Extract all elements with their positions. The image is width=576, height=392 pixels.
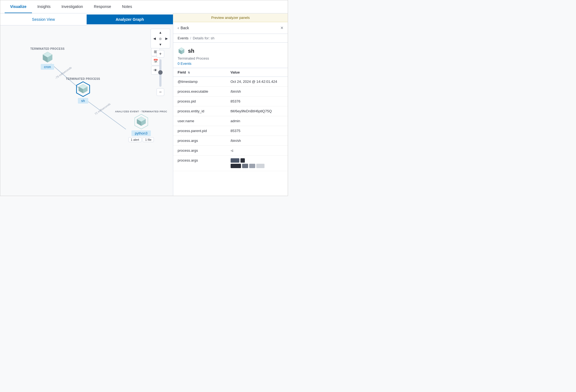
zoom-out-button[interactable]: − bbox=[157, 88, 164, 96]
back-bar: ‹ Back × bbox=[173, 22, 288, 34]
breadcrumb-detail: Details for: sh bbox=[193, 36, 214, 40]
field-column-header: Field ⇅ bbox=[178, 70, 231, 74]
node-python3-badges: 1 alert 1 file bbox=[128, 137, 154, 142]
zoom-slider[interactable] bbox=[159, 59, 161, 87]
session-view-button[interactable]: Session View bbox=[0, 14, 87, 24]
field-name-args-1: process.args bbox=[178, 139, 231, 143]
pan-up-button[interactable]: ▲ bbox=[157, 30, 163, 36]
node-cron-label: TERMINATED PROCESS bbox=[30, 47, 65, 50]
cube-icon-cron bbox=[41, 51, 54, 63]
sort-icon[interactable]: ⇅ bbox=[188, 71, 190, 74]
zoom-controls: ▲ ◀ ◎ ▶ ▼ + − bbox=[151, 29, 170, 96]
color-block-b2 bbox=[242, 164, 248, 168]
right-panel: Preview analyzer panels ‹ Back × Events … bbox=[173, 13, 288, 196]
field-value-parent-pid: 85375 bbox=[231, 129, 284, 133]
center-button[interactable]: ◎ bbox=[157, 36, 163, 42]
field-name-args-3: process.args bbox=[178, 158, 231, 162]
node-sh-name: sh bbox=[78, 98, 88, 104]
fields-table: Field ⇅ Value @timestamp Oct 24, 2024 @ … bbox=[173, 68, 288, 196]
breadcrumb-separator: / bbox=[190, 36, 191, 40]
field-name-args-2: process.args bbox=[178, 148, 231, 153]
panel-header: Preview analyzer panels bbox=[173, 13, 288, 22]
color-block-b1 bbox=[231, 164, 241, 168]
field-name-entity-id: process.entity_id bbox=[178, 109, 231, 113]
table-row: @timestamp Oct 24, 2024 @ 14:42:01.424 bbox=[173, 77, 288, 87]
tab-insights[interactable]: Insights bbox=[32, 1, 56, 13]
back-chevron-icon: ‹ bbox=[178, 26, 179, 30]
top-navigation: Visualize Insights Investigation Respons… bbox=[0, 0, 288, 13]
tab-visualize[interactable]: Visualize bbox=[5, 1, 32, 13]
hexagon-sh bbox=[75, 81, 91, 97]
detail-events-link[interactable]: 0 Events bbox=[178, 62, 283, 66]
color-block-top-dark bbox=[240, 158, 245, 163]
tab-notes[interactable]: Notes bbox=[117, 1, 138, 13]
fields-table-header: Field ⇅ Value bbox=[173, 68, 288, 77]
field-value-pid: 85376 bbox=[231, 99, 284, 103]
detail-cube-icon bbox=[178, 47, 185, 55]
view-selector: Session View Analyzer Graph bbox=[0, 13, 173, 25]
table-row: user.name admin bbox=[173, 116, 288, 126]
node-python3-name: python3 bbox=[131, 130, 151, 136]
field-value-entity-id: tM/6ey9feDnBtH6ptlQ75Q bbox=[231, 109, 284, 113]
node-python3-label: ANALYZED EVENT · TERMINATED PROC bbox=[115, 110, 167, 113]
zoom-in-button[interactable]: + bbox=[157, 50, 164, 58]
field-value-args-1: /bin/sh bbox=[231, 139, 284, 143]
tab-investigation[interactable]: Investigation bbox=[56, 1, 89, 13]
back-button[interactable]: ‹ Back bbox=[178, 26, 189, 30]
pan-left-button[interactable]: ◀ bbox=[151, 36, 157, 42]
detail-process-name: sh bbox=[188, 48, 194, 54]
node-cron[interactable]: TERMINATED PROCESS cron bbox=[30, 47, 65, 70]
close-button[interactable]: × bbox=[280, 25, 283, 30]
field-name-pid: process.pid bbox=[178, 99, 231, 103]
pan-right-button[interactable]: ▶ bbox=[163, 36, 169, 42]
analyzer-graph-button[interactable]: Analyzer Graph bbox=[87, 14, 173, 24]
color-blocks-top bbox=[231, 158, 284, 163]
table-row: process.args /bin/sh bbox=[173, 136, 288, 146]
field-value-username: admin bbox=[231, 119, 284, 123]
detail-header: sh Terminated Process 0 Events bbox=[173, 43, 288, 68]
breadcrumb: Events / Details for: sh bbox=[173, 34, 288, 43]
color-blocks-bottom bbox=[231, 164, 284, 168]
main-layout: Session View Analyzer Graph -79 millisec… bbox=[0, 13, 288, 196]
node-sh-label: TERMINATED PROCESS bbox=[66, 77, 100, 80]
table-row: process.pid 85376 bbox=[173, 96, 288, 106]
field-value-args-3 bbox=[231, 158, 284, 168]
color-block-b3 bbox=[249, 164, 255, 168]
back-label: Back bbox=[181, 26, 189, 30]
color-block-b4 bbox=[256, 164, 265, 168]
table-row: process.args -c bbox=[173, 146, 288, 156]
graph-panel: Session View Analyzer Graph -79 millisec… bbox=[0, 13, 173, 196]
time-label-sh-python3: 72 milliseconds bbox=[94, 102, 111, 115]
tab-response[interactable]: Response bbox=[89, 1, 117, 13]
node-python3[interactable]: ANALYZED EVENT · TERMINATED PROC python3… bbox=[115, 110, 167, 142]
file-badge: 1 file bbox=[143, 137, 154, 142]
field-value-timestamp: Oct 24, 2024 @ 14:42:01.424 bbox=[231, 80, 284, 84]
field-value-executable: /bin/sh bbox=[231, 89, 284, 93]
field-name-executable: process.executable bbox=[178, 89, 231, 93]
breadcrumb-events[interactable]: Events bbox=[178, 36, 189, 40]
node-sh[interactable]: TERMINATED PROCESS sh bbox=[66, 77, 100, 104]
zoom-slider-thumb[interactable] bbox=[158, 70, 163, 75]
table-row: process.entity_id tM/6ey9feDnBtH6ptlQ75Q bbox=[173, 106, 288, 116]
color-block-top-light bbox=[231, 158, 239, 163]
node-cron-name: cron bbox=[41, 64, 54, 70]
graph-canvas: -79 milliseconds 72 milliseconds TERMINA… bbox=[0, 25, 173, 196]
detail-process-row: sh bbox=[178, 47, 283, 55]
alert-badge: 1 alert bbox=[128, 137, 142, 142]
hexagon-python3 bbox=[133, 113, 149, 130]
field-value-args-2: -c bbox=[231, 148, 284, 153]
detail-process-type: Terminated Process bbox=[178, 56, 283, 60]
field-name-timestamp: @timestamp bbox=[178, 80, 231, 84]
value-column-header: Value bbox=[231, 70, 284, 74]
pan-down-button[interactable]: ▼ bbox=[157, 42, 163, 48]
table-row: process.args bbox=[173, 156, 288, 171]
field-name-parent-pid: process.parent.pid bbox=[178, 129, 231, 133]
field-name-username: user.name bbox=[178, 119, 231, 123]
table-row: process.parent.pid 85375 bbox=[173, 126, 288, 136]
table-row: process.executable /bin/sh bbox=[173, 87, 288, 96]
